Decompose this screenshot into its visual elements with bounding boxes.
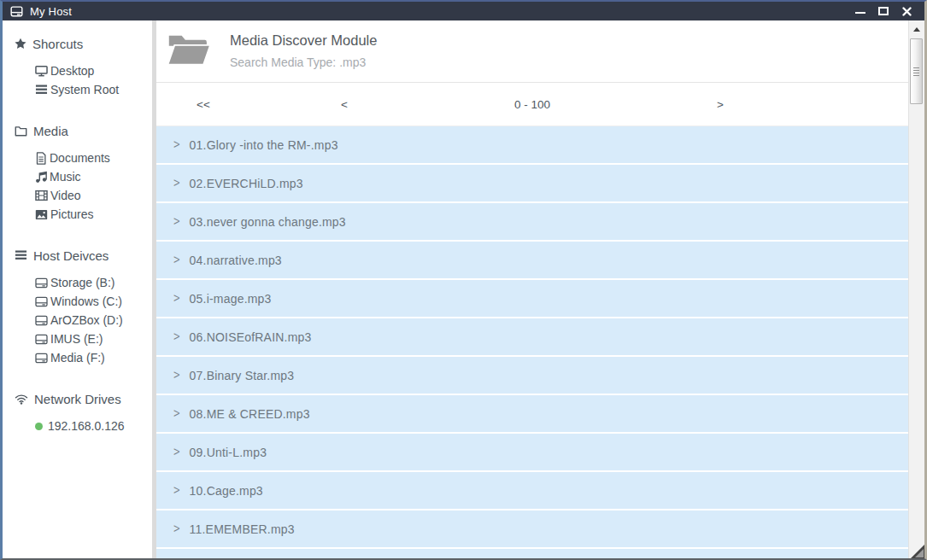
chevron-right-icon: > xyxy=(173,522,180,536)
file-row[interactable]: > 10.Cage.mp3 xyxy=(156,472,908,509)
window-title: My Host xyxy=(30,5,72,18)
close-icon[interactable] xyxy=(901,5,912,17)
drive-icon xyxy=(10,6,23,17)
file-row-partial[interactable] xyxy=(156,549,908,558)
sidebar-item-desktop[interactable]: Desktop xyxy=(35,61,147,80)
sidebar-item-label: System Root xyxy=(50,83,119,96)
section-label: Shorcuts xyxy=(32,37,83,51)
chevron-right-icon: > xyxy=(173,214,180,229)
sidebar-item-arozbox-d[interactable]: ArOZBox (D:) xyxy=(35,311,147,330)
pagination-first-button[interactable]: << xyxy=(156,98,250,111)
file-row[interactable]: > 07.Binary Star.mp3 xyxy=(156,357,908,394)
file-row[interactable]: > 11.EMEMBER.mp3 xyxy=(156,510,908,547)
section-label: Network Drives xyxy=(34,392,121,406)
sidebar-item-windows-c[interactable]: Windows (C:) xyxy=(35,292,147,311)
sidebar-item-documents[interactable]: Documents xyxy=(35,149,147,167)
sidebar-item-imus-e[interactable]: IMUS (E:) xyxy=(35,330,147,348)
monitor-icon xyxy=(35,65,48,77)
sidebar-section-shortcuts: Shorcuts Desktop xyxy=(15,34,147,99)
section-label: Host Deivces xyxy=(33,248,109,263)
module-title: Media Discover Module xyxy=(230,32,377,50)
chevron-right-icon: > xyxy=(173,291,180,306)
file-name: 03.never gonna change.mp3 xyxy=(190,215,346,229)
file-name: 01.Glory -into the RM-.mp3 xyxy=(190,138,338,152)
file-list: > 01.Glory -into the RM-.mp3 > 02.EVERCH… xyxy=(156,126,908,558)
file-row[interactable]: > 01.Glory -into the RM-.mp3 xyxy=(156,126,908,163)
file-row[interactable]: > 05.i-mage.mp3 xyxy=(156,280,908,317)
drive-icon xyxy=(35,296,48,307)
drive-icon xyxy=(35,334,48,345)
window-controls xyxy=(854,5,912,17)
triangle-up-icon xyxy=(913,27,920,32)
scrollbar-grip-icon xyxy=(913,67,919,76)
scrollbar-thumb[interactable] xyxy=(910,38,923,104)
title-bar[interactable]: My Host xyxy=(3,2,924,20)
file-name: 02.EVERCHiLD.mp3 xyxy=(190,177,303,190)
sidebar-item-label: Pictures xyxy=(50,207,94,221)
chevron-right-icon: > xyxy=(173,445,180,459)
pagination-range-label: 0 - 100 xyxy=(438,98,626,111)
file-row[interactable]: > 09.Unti-L.mp3 xyxy=(156,434,908,470)
file-row[interactable]: > 08.ME & CREED.mp3 xyxy=(156,395,908,432)
sidebar-section-media: Media Documents xyxy=(15,121,147,224)
sidebar-section-network-drives: Network Drives 192.168.0.126 xyxy=(15,389,147,435)
document-icon xyxy=(35,152,47,165)
file-row[interactable]: > 06.NOISEofRAIN.mp3 xyxy=(156,318,908,355)
file-name: 04.narrative.mp3 xyxy=(190,254,282,267)
file-name: 08.ME & CREED.mp3 xyxy=(190,407,310,421)
sidebar-item-label: Music xyxy=(50,170,81,184)
sidebar-item-media-f[interactable]: Media (F:) xyxy=(35,348,147,367)
file-row[interactable]: > 02.EVERCHiLD.mp3 xyxy=(156,165,908,201)
file-row[interactable]: > 04.narrative.mp3 xyxy=(156,242,908,278)
stack-icon xyxy=(35,84,48,96)
file-name: 06.NOISEofRAIN.mp3 xyxy=(190,330,312,344)
picture-icon xyxy=(35,209,48,220)
sidebar-item-storage-b[interactable]: Storage (B:) xyxy=(35,273,147,292)
sidebar-item-label: Video xyxy=(50,189,81,202)
scroll-up-button[interactable] xyxy=(909,20,924,38)
chevron-right-icon: > xyxy=(173,253,180,267)
app-window: My Host Shorcuts xyxy=(0,0,927,560)
sidebar-item-system-root[interactable]: System Root xyxy=(35,80,147,99)
music-icon xyxy=(35,171,47,184)
sidebar-item-label: 192.168.0.126 xyxy=(48,419,125,433)
open-folder-icon xyxy=(167,32,211,67)
sidebar-item-music[interactable]: Music xyxy=(35,167,147,186)
stack-icon xyxy=(15,249,27,261)
chevron-right-icon: > xyxy=(173,406,180,421)
pagination-next-button[interactable]: > xyxy=(626,98,814,111)
sidebar-item-network-192-168-0-126[interactable]: 192.168.0.126 xyxy=(35,417,147,435)
chevron-right-icon: > xyxy=(173,137,180,152)
sidebar-item-label: Windows (C:) xyxy=(50,295,122,308)
file-name: 07.Binary Star.mp3 xyxy=(190,369,295,382)
scrollbar[interactable] xyxy=(908,20,924,558)
sidebar-item-label: ArOZBox (D:) xyxy=(50,313,123,327)
sidebar-item-label: Media (F:) xyxy=(50,351,105,365)
section-label: Media xyxy=(33,124,68,138)
sidebar-item-label: Desktop xyxy=(50,64,94,78)
sidebar-item-video[interactable]: Video xyxy=(35,186,147,205)
drive-icon xyxy=(35,315,48,326)
sidebar-item-label: IMUS (E:) xyxy=(50,332,103,346)
sidebar-item-label: Documents xyxy=(50,151,110,165)
file-name: 10.Cage.mp3 xyxy=(190,484,263,498)
film-icon xyxy=(35,190,48,201)
sidebar-item-label: Storage (B:) xyxy=(50,276,114,289)
minimize-icon[interactable] xyxy=(854,5,866,17)
star-icon xyxy=(15,38,26,50)
pagination-prev-button[interactable]: < xyxy=(250,98,438,111)
chevron-right-icon: > xyxy=(173,483,180,498)
wifi-icon xyxy=(15,394,28,405)
file-name: 05.i-mage.mp3 xyxy=(190,292,272,306)
chevron-right-icon: > xyxy=(173,368,180,382)
sidebar-item-pictures[interactable]: Pictures xyxy=(35,205,147,224)
module-subtitle: Search Media Type: .mp3 xyxy=(230,55,377,70)
file-name: 09.Unti-L.mp3 xyxy=(190,446,267,459)
file-row[interactable]: > 03.never gonna change.mp3 xyxy=(156,203,908,240)
maximize-icon[interactable] xyxy=(877,5,889,17)
sidebar-section-host-devices: Host Deivces Storage (B:) xyxy=(15,246,147,367)
file-name: 11.EMEMBER.mp3 xyxy=(190,522,295,536)
folder-icon xyxy=(15,125,27,137)
chevron-right-icon: > xyxy=(173,176,180,190)
main-panel: Media Discover Module Search Media Type:… xyxy=(156,20,908,558)
